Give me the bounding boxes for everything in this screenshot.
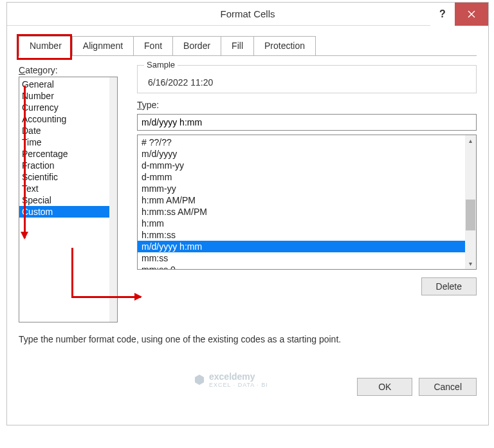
type-input[interactable] <box>137 114 477 131</box>
type-item[interactable]: d-mmm-yy <box>138 160 465 171</box>
ok-button[interactable]: OK <box>357 378 412 396</box>
category-label: Category: <box>19 65 128 75</box>
dialog-title: Format Cells <box>7 8 488 19</box>
type-list-inner: # ??/?? m/d/yyyy d-mmm-yy d-mmm mmm-yy h… <box>138 135 465 269</box>
category-item-number[interactable]: Number <box>19 90 109 102</box>
category-list-inner: General Number Currency Accounting Date … <box>19 77 109 322</box>
type-item[interactable]: m/d/yyyy <box>138 148 465 160</box>
category-scrollbar[interactable] <box>109 77 117 322</box>
sample-legend: Sample <box>144 60 178 70</box>
titlebar: Format Cells ? <box>7 3 488 26</box>
close-icon <box>468 10 475 18</box>
format-cells-dialog: Format Cells ? Number Alignment Font Bor… <box>6 2 489 425</box>
category-item-percentage[interactable]: Percentage <box>19 148 109 160</box>
watermark-sub: EXCEL · DATA · BI <box>209 382 268 388</box>
annotation-arrow-right-vertical <box>71 248 73 298</box>
type-item-selected[interactable]: m/d/yyyy h:mm <box>138 241 465 252</box>
tab-protection[interactable]: Protection <box>253 36 316 55</box>
type-item[interactable]: # ??/?? <box>138 136 465 148</box>
type-item[interactable]: h:mm:ss AM/PM <box>138 206 465 218</box>
type-list[interactable]: # ??/?? m/d/yyyy d-mmm-yy d-mmm mmm-yy h… <box>137 135 477 270</box>
dialog-content: Number Alignment Font Border Fill Protec… <box>7 26 488 402</box>
watermark-brand: exceldemy <box>209 371 255 382</box>
type-item[interactable]: h:mm <box>138 218 465 229</box>
panel: Category: General Number Currency Accoun… <box>19 65 477 322</box>
type-item[interactable]: h:mm:ss <box>138 229 465 241</box>
type-item[interactable]: mmm-yy <box>138 183 465 194</box>
tab-number[interactable]: Number <box>19 36 73 55</box>
delete-row: Delete <box>137 277 477 295</box>
tab-bar: Number Alignment Font Border Fill Protec… <box>19 36 477 56</box>
category-item-currency[interactable]: Currency <box>19 102 109 113</box>
logo-icon <box>194 374 205 386</box>
category-list[interactable]: General Number Currency Accounting Date … <box>19 77 118 322</box>
annotation-arrow-down <box>24 86 26 238</box>
category-item-fraction[interactable]: Fraction <box>19 160 109 171</box>
category-column: Category: General Number Currency Accoun… <box>19 65 128 322</box>
type-item[interactable]: h:mm AM/PM <box>138 194 465 206</box>
hint-text: Type the number format code, using one o… <box>19 334 477 344</box>
tab-border[interactable]: Border <box>172 36 221 55</box>
category-item-general[interactable]: General <box>19 79 109 90</box>
sample-value: 6/16/2022 11:20 <box>144 77 470 88</box>
category-item-text[interactable]: Text <box>19 183 109 194</box>
tab-fill[interactable]: Fill <box>221 36 254 55</box>
help-button[interactable]: ? <box>430 3 455 26</box>
tab-alignment[interactable]: Alignment <box>72 36 134 55</box>
type-item[interactable]: mm:ss <box>138 252 465 264</box>
watermark: exceldemy EXCEL · DATA · BI <box>194 371 268 388</box>
type-item[interactable]: mm:ss.0 <box>138 264 465 270</box>
type-scrollbar[interactable]: ▴ ▾ <box>465 135 476 269</box>
category-item-accounting[interactable]: Accounting <box>19 113 109 125</box>
svg-marker-2 <box>195 375 204 385</box>
right-column: Sample 6/16/2022 11:20 Type: # ??/?? m/d… <box>137 65 477 322</box>
close-button[interactable] <box>455 3 488 26</box>
category-item-date[interactable]: Date <box>19 125 109 136</box>
annotation-arrow-right-horizontal <box>71 296 141 298</box>
type-label: Type: <box>137 100 477 110</box>
tab-font[interactable]: Font <box>133 36 173 55</box>
delete-button[interactable]: Delete <box>421 277 477 295</box>
cancel-button[interactable]: Cancel <box>419 378 477 396</box>
category-item-special[interactable]: Special <box>19 194 109 206</box>
category-item-time[interactable]: Time <box>19 136 109 148</box>
title-buttons: ? <box>430 3 488 26</box>
scroll-down-icon[interactable]: ▾ <box>465 258 476 269</box>
sample-box: Sample 6/16/2022 11:20 <box>137 65 477 93</box>
category-item-scientific[interactable]: Scientific <box>19 171 109 183</box>
type-item[interactable]: d-mmm <box>138 171 465 183</box>
scroll-thumb[interactable] <box>466 200 475 230</box>
scroll-up-icon[interactable]: ▴ <box>465 135 476 146</box>
category-item-custom[interactable]: Custom <box>19 206 109 218</box>
